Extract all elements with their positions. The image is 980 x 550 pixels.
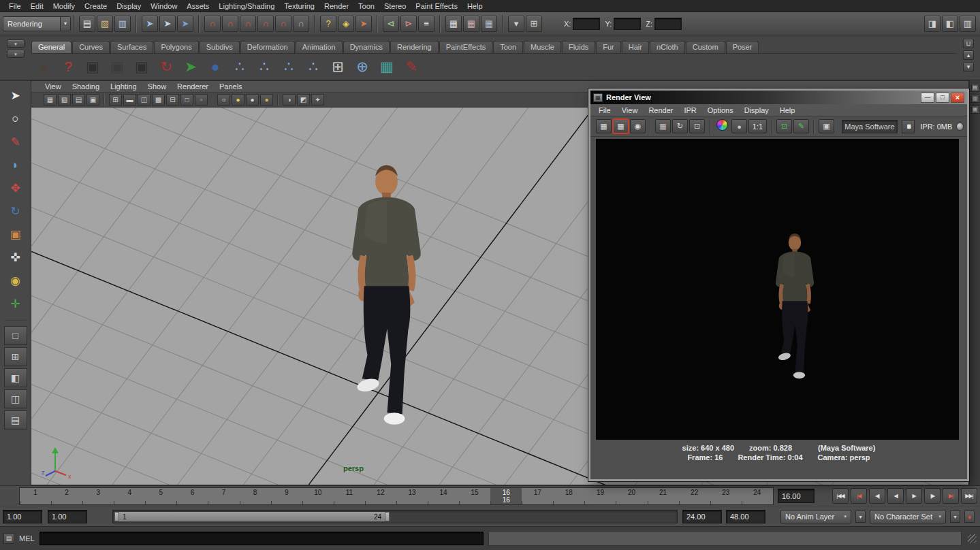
safe-title-icon[interactable]: ▫ [195,94,208,106]
playback-start-field[interactable]: 1.00 [48,510,87,523]
timeline-frame-11[interactable]: 11 [334,488,365,504]
character-model[interactable] [321,157,452,439]
highlight-selection-icon[interactable]: ➤ [355,16,372,32]
timeline-frame-12[interactable]: 12 [365,488,396,504]
range-end-handle[interactable] [385,512,390,521]
timeline-frame-17[interactable]: 17 [522,488,553,504]
timeline-frame-15[interactable]: 15 [459,488,490,504]
render-view-menu-ipr[interactable]: IPR [678,104,701,116]
menu-edit[interactable]: Edit [26,0,48,12]
step-forward-key-button[interactable]: ▶| [943,488,959,504]
shelf-tab-painteffects[interactable]: PaintEffects [439,41,493,53]
shelf-get-brush-icon[interactable]: ➤ [180,56,202,78]
timeline-frame-7[interactable]: 7 [208,488,239,504]
timeline-frame-13[interactable]: 13 [396,488,428,504]
rendered-image-area[interactable] [596,139,959,440]
panel-menu-shading[interactable]: Shading [67,81,105,92]
command-input[interactable] [39,532,484,545]
shelf-tab-fur[interactable]: Fur [596,41,621,53]
camera-attributes-icon[interactable]: ▧ [58,94,71,106]
open-scene-icon[interactable]: ▨ [97,16,113,32]
timeline-frame-2[interactable]: 2 [51,488,82,504]
alpha-channel-icon[interactable]: ● [731,119,747,133]
panel-menu-show[interactable]: Show [142,81,172,92]
shelf-help-icon[interactable]: ? [57,56,79,78]
go-to-end-button[interactable]: ▶▶| [961,488,977,504]
render-view-menu-options[interactable]: Options [702,104,739,116]
image-plane-icon[interactable]: ▣ [86,94,99,106]
rotate-tool[interactable]: ↻ [4,201,27,222]
timeline-frame-22[interactable]: 22 [679,488,710,504]
shelf-render-globe-icon[interactable]: ● [33,56,54,78]
output-connections-icon[interactable]: ⊳ [400,16,417,32]
channel-box-toggle-icon[interactable]: ▥ [960,16,976,32]
animation-start-field[interactable]: 1.00 [3,510,42,523]
range-slider-groove[interactable]: 1 24 [112,510,678,523]
select-by-component-icon[interactable]: ➤ [177,16,193,32]
z-input[interactable] [654,18,682,30]
shelf-multi-camera-icon[interactable]: ▣ [131,56,153,78]
menu-texturing[interactable]: Texturing [279,0,319,12]
show-manipulator-tool[interactable]: ✛ [4,293,27,314]
quick-help-icon[interactable]: ? [320,16,336,32]
soft-modification-tool[interactable]: ◉ [4,270,27,291]
menu-lighting-shading[interactable]: Lighting/Shading [214,0,279,12]
gate-mask-icon[interactable]: ▩ [152,94,165,106]
timeline-frame-21[interactable]: 21 [648,488,679,504]
universal-manipulator-tool[interactable]: ✜ [4,247,27,268]
render-current-frame-icon[interactable]: ▦ [596,119,612,133]
refresh-ipr-image-icon[interactable]: ↻ [672,119,688,133]
sculpt-tool[interactable]: ◗ [4,155,27,176]
lock-selection-icon[interactable]: ◈ [338,16,354,32]
isolate-select-icon[interactable]: ◩ [297,94,310,106]
timeline-frame-16[interactable]: 1616 [490,488,522,504]
menu-render[interactable]: Render [319,0,353,12]
redo-previous-render-icon[interactable]: ▦ [613,119,629,133]
snap-to-view-plane-icon[interactable]: ∩ [275,16,291,32]
open-render-settings-icon[interactable]: ▣ [819,119,834,133]
select-camera-icon[interactable]: ▦ [44,94,57,106]
step-back-key-button[interactable]: |◀ [851,488,867,504]
render-current-frame-icon[interactable]: ▦ [445,16,462,32]
grid-toggle-icon[interactable]: ⊞ [109,94,122,106]
play-backwards-button[interactable]: ◀ [887,488,904,504]
render-view-titlebar[interactable]: ▦ Render View — □ × [590,91,967,104]
time-slider-track[interactable]: 1234567891011121314151616171819202122232… [19,487,774,505]
render-view-menu-view[interactable]: View [616,104,644,116]
snap-to-grid-icon[interactable]: ∩ [204,16,221,32]
script-editor-icon[interactable]: ▤ [3,533,14,544]
shelf-tab-subdivs[interactable]: Subdivs [200,41,240,53]
timeline-frame-1[interactable]: 1 [20,488,51,504]
input-connections-icon[interactable]: ⊲ [383,16,399,32]
panel-menu-panels[interactable]: Panels [214,81,248,92]
panel-menu-view[interactable]: View [39,81,67,92]
shelf-spreadsheet-icon[interactable]: ⊞ [327,56,349,78]
lasso-select-tool[interactable]: ○ [4,108,27,129]
menu-toon[interactable]: Toon [353,0,379,12]
keep-image-icon[interactable]: ✎ [793,119,809,133]
command-language-label[interactable]: MEL [19,534,35,543]
range-start-handle[interactable] [114,512,119,521]
panel-menu-renderer[interactable]: Renderer [172,81,214,92]
shelf-paint-brush-icon[interactable]: ✎ [400,56,422,78]
shelf-tab-poser[interactable]: Poser [726,41,759,53]
menu-paint-effects[interactable]: Paint Effects [411,0,462,12]
rgb-channels-icon[interactable] [716,119,728,131]
render-settings-icon[interactable]: ▦ [481,16,497,32]
render-view-menu-display[interactable]: Display [739,104,774,116]
menu-assets[interactable]: Assets [182,0,214,12]
range-slider-bar[interactable]: 1 24 [114,512,390,521]
go-to-start-button[interactable]: |◀◀ [832,488,849,504]
lit-mode-icon[interactable]: ● [260,94,273,106]
scale-tool[interactable]: ▣ [4,224,27,245]
shelf-scroll-down-icon[interactable]: ▾ [963,62,974,71]
current-frame-field[interactable]: 16.00 [778,489,815,503]
step-back-frame-button[interactable]: ◀| [869,488,885,504]
select-by-hierarchy-icon[interactable]: ➤ [142,16,158,32]
shelf-tab-general[interactable]: General [31,41,72,53]
shelf-tab-polygons[interactable]: Polygons [154,41,198,53]
timeline-frame-4[interactable]: 4 [114,488,145,504]
ipr-region-icon[interactable]: ⊡ [689,119,705,133]
shelf-tab-animation[interactable]: Animation [296,41,343,53]
display-real-size-icon[interactable]: 1:1 [748,119,767,133]
